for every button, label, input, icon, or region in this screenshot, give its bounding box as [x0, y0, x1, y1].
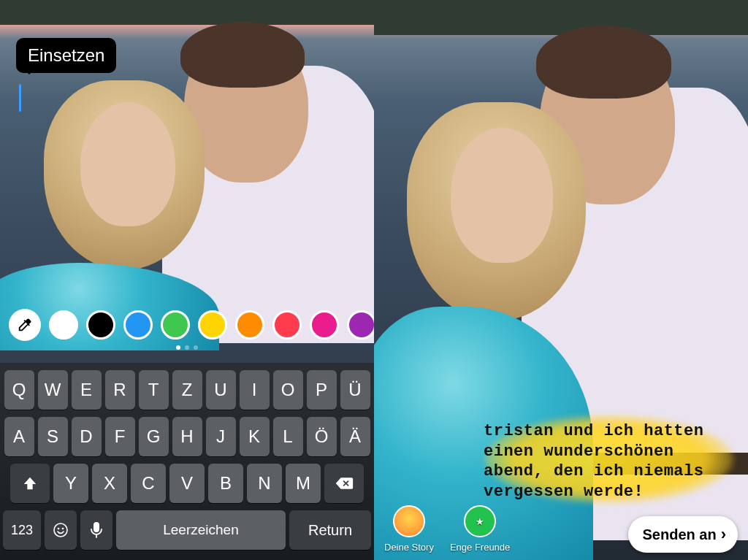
- person-woman-head: [80, 102, 175, 226]
- key-j[interactable]: J: [206, 417, 236, 456]
- color-swatch-white[interactable]: [49, 310, 78, 340]
- treeline-decor: [0, 0, 374, 25]
- key-v[interactable]: V: [169, 464, 205, 503]
- eyedropper-button[interactable]: [9, 309, 41, 341]
- key-p[interactable]: P: [307, 370, 337, 410]
- key-r[interactable]: R: [105, 370, 135, 410]
- color-swatch-black[interactable]: [86, 310, 115, 340]
- star-icon: ★: [476, 516, 484, 527]
- close-friends-icon-badge: ★: [464, 505, 496, 537]
- backspace-icon: [335, 476, 354, 491]
- key-h[interactable]: H: [172, 417, 202, 456]
- paste-tooltip[interactable]: Einsetzen: [16, 38, 116, 73]
- ios-keyboard: Q W E R T Z U I O P Ü A S D F G H J K L …: [0, 363, 374, 560]
- key-space[interactable]: Leerzeichen: [116, 510, 286, 550]
- person-man-hair: [180, 22, 305, 88]
- svg-point-0: [54, 523, 67, 537]
- key-e[interactable]: E: [72, 370, 102, 410]
- key-return[interactable]: Return: [289, 510, 371, 550]
- share-close-friends[interactable]: ★ Enge Freunde: [450, 505, 510, 553]
- share-your-story-label: Deine Story: [384, 542, 434, 553]
- send-to-button[interactable]: Senden an ›: [628, 516, 738, 553]
- share-close-friends-label: Enge Freunde: [450, 542, 510, 553]
- color-swatch-blue[interactable]: [123, 310, 153, 340]
- shift-icon: [22, 475, 38, 491]
- key-backspace[interactable]: [324, 464, 364, 503]
- key-s[interactable]: S: [38, 417, 68, 456]
- palette-pager: [0, 345, 374, 350]
- key-o[interactable]: O: [273, 370, 303, 410]
- key-z[interactable]: Z: [172, 370, 202, 410]
- key-g[interactable]: G: [139, 417, 169, 456]
- person-woman-head: [451, 128, 553, 263]
- share-your-story[interactable]: Deine Story: [384, 505, 434, 553]
- key-d[interactable]: D: [72, 417, 102, 456]
- key-t[interactable]: T: [139, 370, 169, 410]
- avatar-your-story: [393, 505, 425, 537]
- emoji-icon: [52, 521, 69, 539]
- key-b[interactable]: B: [208, 464, 243, 503]
- person-man-hair: [536, 26, 671, 99]
- key-n[interactable]: N: [247, 464, 282, 503]
- key-k[interactable]: K: [240, 417, 270, 456]
- key-l[interactable]: L: [273, 417, 303, 456]
- chevron-right-icon: ›: [721, 525, 726, 544]
- key-ae[interactable]: Ä: [340, 417, 370, 456]
- key-i[interactable]: I: [240, 370, 270, 410]
- story-share-preview: tristan und ich hatten einen wunderschön…: [374, 0, 748, 560]
- mic-icon: [90, 521, 103, 539]
- key-dictation[interactable]: [80, 510, 112, 550]
- color-swatch-orange[interactable]: [235, 310, 264, 340]
- key-c[interactable]: C: [131, 464, 166, 503]
- svg-rect-3: [94, 522, 99, 532]
- key-a[interactable]: A: [4, 417, 34, 456]
- svg-point-1: [58, 528, 60, 530]
- key-w[interactable]: W: [38, 370, 68, 410]
- svg-point-2: [62, 528, 64, 530]
- story-caption-text[interactable]: tristan und ich hatten einen wunderschön…: [484, 421, 732, 502]
- color-swatch-green[interactable]: [161, 310, 190, 340]
- key-f[interactable]: F: [105, 417, 135, 456]
- key-x[interactable]: X: [92, 464, 127, 503]
- color-swatch-red[interactable]: [272, 310, 302, 340]
- color-swatch-pink[interactable]: [310, 310, 339, 340]
- key-u[interactable]: U: [206, 370, 236, 410]
- text-cursor[interactable]: [19, 84, 21, 112]
- key-emoji[interactable]: [45, 510, 77, 550]
- key-q[interactable]: Q: [4, 370, 34, 410]
- key-oe[interactable]: Ö: [307, 417, 337, 456]
- color-swatch-yellow[interactable]: [198, 310, 227, 340]
- key-m[interactable]: M: [286, 464, 321, 503]
- send-to-label: Senden an: [643, 526, 717, 543]
- color-swatch-purple[interactable]: [347, 310, 374, 340]
- key-y[interactable]: Y: [53, 464, 88, 503]
- treeline-decor: [374, 0, 748, 35]
- share-bar: Deine Story ★ Enge Freunde Senden an ›: [374, 505, 748, 553]
- story-editor-text-mode: Einsetzen Q W E R T Z U I O P Ü: [0, 0, 374, 560]
- key-numbers[interactable]: 123: [3, 510, 41, 550]
- key-ue[interactable]: Ü: [340, 370, 370, 410]
- key-shift[interactable]: [10, 464, 50, 503]
- text-color-palette: [0, 309, 374, 341]
- eyedropper-icon: [17, 317, 33, 333]
